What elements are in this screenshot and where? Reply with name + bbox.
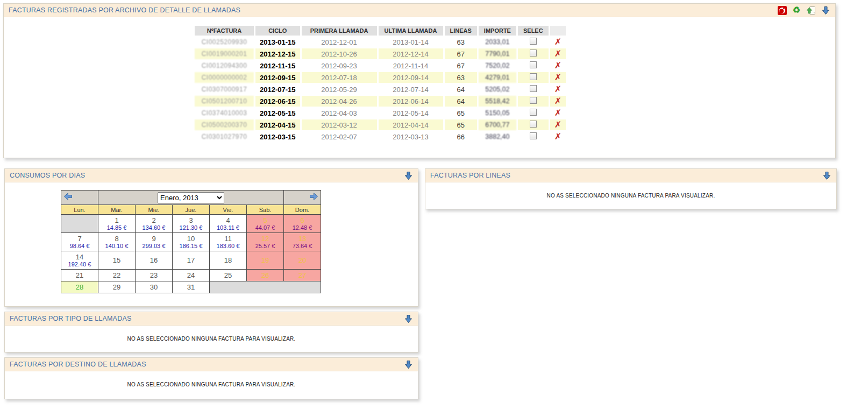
last-call-date: 2012-11-14 <box>379 60 443 71</box>
select-invoice-checkbox[interactable] <box>530 73 537 80</box>
col-header-importe: IMPORTE <box>479 26 516 36</box>
select-invoice-checkbox[interactable] <box>530 97 537 104</box>
calendar-day-4[interactable]: 4103.11 € <box>210 215 247 233</box>
select-invoice-checkbox[interactable] <box>530 121 537 128</box>
collapse-panel-icon[interactable] <box>822 171 831 180</box>
invoices-by-call-type-panel: FACTURAS POR TIPO DE LLAMADAS NO AS SELE… <box>4 312 418 352</box>
calendar-day-16[interactable]: 16 <box>136 251 173 270</box>
last-call-date: 2012-09-14 <box>379 72 443 83</box>
calendar-day-31[interactable]: 31 <box>173 281 210 293</box>
select-cell <box>518 72 549 83</box>
day-consumption-amount: 299.03 € <box>136 243 172 250</box>
collapse-panel-icon[interactable] <box>403 359 413 369</box>
calendar-day-9[interactable]: 9299.03 € <box>136 233 173 251</box>
day-number: 11 <box>210 235 246 243</box>
select-invoice-checkbox[interactable] <box>530 38 537 45</box>
calendar-day-24[interactable]: 24 <box>173 270 210 281</box>
select-invoice-checkbox[interactable] <box>530 50 537 57</box>
next-month-button[interactable] <box>309 192 318 201</box>
delete-invoice-icon[interactable]: ✗ <box>554 84 561 94</box>
delete-invoice-icon[interactable]: ✗ <box>554 37 561 47</box>
calendar-day-30[interactable]: 30 <box>136 281 173 293</box>
dow-sunday: Dom. <box>284 205 321 215</box>
last-call-date: 2012-07-14 <box>379 84 443 95</box>
delete-invoice-icon[interactable]: ✗ <box>554 131 561 142</box>
invoice-cycle-date: 2012-05-15 <box>255 108 300 118</box>
calendar-day-15[interactable]: 15 <box>98 251 136 270</box>
calendar-day-20[interactable]: 20 <box>284 251 321 270</box>
calendar-day-6[interactable]: 612.48 € <box>284 215 321 233</box>
calendar-day-12[interactable]: 1225.57 € <box>247 233 284 251</box>
invoice-number: CI0000000002 <box>195 72 254 83</box>
last-call-date: 2012-06-14 <box>379 96 443 107</box>
invoice-amount: 6700,77 <box>479 119 516 130</box>
delete-invoice-icon[interactable]: ✗ <box>554 119 561 130</box>
invoice-number: CI0301027970 <box>195 131 254 142</box>
delete-invoice-icon[interactable]: ✗ <box>554 72 561 82</box>
invoices-by-call-type-title: FACTURAS POR TIPO DE LLAMADAS <box>10 315 131 322</box>
day-number: 26 <box>247 271 283 279</box>
select-invoice-checkbox[interactable] <box>530 109 537 116</box>
calendar-day-28[interactable]: 28 <box>61 281 98 293</box>
col-header-primera: PRIMERA LLAMADA <box>302 26 377 36</box>
calendar-day-17[interactable]: 17 <box>173 251 210 270</box>
calendar-day-23[interactable]: 23 <box>136 270 173 281</box>
export-document-icon[interactable] <box>806 5 816 15</box>
delete-invoice-icon[interactable]: ✗ <box>554 60 561 70</box>
delete-invoice-icon[interactable]: ✗ <box>554 96 561 106</box>
calendar-day-5[interactable]: 544.07 € <box>247 215 284 233</box>
calendar-day-14[interactable]: 14192.40 € <box>61 251 98 270</box>
calendar-empty-cell <box>210 281 321 293</box>
calendar-day-26[interactable]: 26 <box>247 270 284 281</box>
day-number: 17 <box>173 256 209 264</box>
last-call-date: 2012-04-14 <box>379 119 443 130</box>
day-number: 22 <box>98 271 135 279</box>
invoice-table-row: CI0501200710 2012-06-15 2012-04-26 2012-… <box>195 96 566 107</box>
calendar-day-11[interactable]: 11183.60 € <box>210 233 247 251</box>
select-invoice-checkbox[interactable] <box>530 132 537 139</box>
select-invoice-checkbox[interactable] <box>530 61 537 68</box>
delete-invoice-icon[interactable]: ✗ <box>554 108 561 118</box>
delete-invoice-icon[interactable]: ✗ <box>554 48 561 59</box>
day-number: 19 <box>247 256 283 264</box>
calendar-day-19[interactable]: 19 <box>247 251 284 270</box>
calendar-day-21[interactable]: 21 <box>61 270 98 281</box>
day-consumption-amount: 192.40 € <box>61 261 98 268</box>
refresh-icon[interactable]: ♻ <box>792 5 801 15</box>
invoice-amount: 5205,02 <box>479 84 516 95</box>
prev-month-button[interactable] <box>63 192 73 201</box>
invoice-amount: 5150,05 <box>479 108 516 118</box>
actions-cell: ✗ <box>550 119 566 130</box>
calendar-day-3[interactable]: 3121.30 € <box>173 215 210 233</box>
day-number: 9 <box>136 235 172 243</box>
day-number: 4 <box>210 216 246 224</box>
calendar-day-8[interactable]: 8140.10 € <box>98 233 136 251</box>
calendar-day-29[interactable]: 29 <box>98 281 136 293</box>
calendar-day-10[interactable]: 10186.15 € <box>173 233 210 251</box>
dow-monday: Lun. <box>61 205 98 215</box>
collapse-panel-icon[interactable] <box>821 5 830 15</box>
calendar-day-7[interactable]: 798.64 € <box>61 233 98 251</box>
col-header-ciclo: CICLO <box>255 26 300 36</box>
col-header-selec: SELEC <box>518 26 549 36</box>
day-number: 7 <box>61 235 98 243</box>
collapse-panel-icon[interactable] <box>403 171 413 180</box>
calendar-day-18[interactable]: 18 <box>210 251 247 270</box>
month-select[interactable]: Enero, 2013 <box>158 192 224 203</box>
invoice-number: CI0012094300 <box>195 60 254 71</box>
calendar-day-2[interactable]: 2134.60 € <box>136 215 173 233</box>
first-call-date: 2012-04-26 <box>302 96 377 107</box>
calendar-day-25[interactable]: 25 <box>210 270 247 281</box>
collapse-panel-icon[interactable] <box>403 314 413 323</box>
invoices-table: NºFACTURA CICLO PRIMERA LLAMADA ULTIMA L… <box>193 25 567 143</box>
select-invoice-checkbox[interactable] <box>530 85 537 92</box>
day-number: 15 <box>98 256 135 264</box>
last-call-date: 2012-03-13 <box>379 131 443 142</box>
invoice-number: CI0501200710 <box>195 96 254 107</box>
calendar-day-22[interactable]: 22 <box>98 270 136 281</box>
col-header-actions <box>550 26 566 36</box>
calendar-day-27[interactable]: 27 <box>284 270 321 281</box>
calendar-day-13[interactable]: 1373.64 € <box>284 233 321 251</box>
dow-thursday: Jue. <box>173 205 210 215</box>
calendar-day-1[interactable]: 114.85 € <box>98 215 136 233</box>
